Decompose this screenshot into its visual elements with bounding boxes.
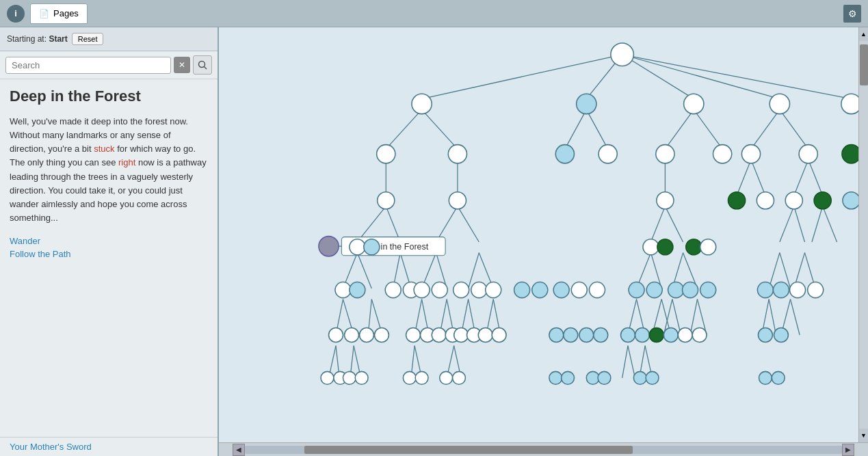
node-l4-9[interactable] — [486, 282, 501, 298]
node-l5-22[interactable] — [692, 328, 707, 343]
node-l5-21[interactable] — [678, 328, 692, 343]
node-l5-16[interactable] — [594, 328, 608, 343]
node-l6-5[interactable] — [403, 371, 416, 384]
node-l5-24[interactable] — [774, 328, 788, 343]
scroll-up-arrow[interactable]: ▲ — [859, 27, 868, 41]
node-l5-15[interactable] — [579, 328, 594, 343]
info-button[interactable]: i — [7, 5, 25, 23]
node-m1[interactable] — [350, 239, 365, 255]
vertical-scrollbar[interactable]: ▲ ▼ — [858, 27, 868, 442]
h-scroll-thumb[interactable] — [304, 446, 633, 454]
scroll-right-arrow[interactable]: ▶ — [842, 444, 854, 456]
node-l5-9[interactable] — [454, 328, 469, 343]
node-l5-1[interactable] — [329, 328, 343, 343]
node-l2-6[interactable] — [713, 145, 732, 163]
node-l4-7[interactable] — [453, 282, 469, 298]
v-scroll-thumb[interactable] — [860, 44, 868, 85]
node-l6-9[interactable] — [549, 371, 562, 384]
node-l6-16[interactable] — [772, 371, 785, 384]
node-l2-1[interactable] — [377, 145, 395, 163]
pages-tab[interactable]: 📄 Pages — [30, 3, 88, 24]
node-l2-8[interactable] — [799, 145, 817, 163]
node-l1-4[interactable] — [770, 94, 789, 113]
node-l4-20[interactable] — [757, 282, 773, 298]
node-l5-5[interactable] — [406, 328, 421, 343]
node-l4-14[interactable] — [589, 282, 605, 298]
node-l6-4[interactable] — [355, 371, 368, 384]
node-l5-14[interactable] — [564, 328, 578, 343]
node-l3-5[interactable] — [757, 192, 774, 209]
node-m6[interactable] — [700, 239, 716, 255]
current-node[interactable] — [319, 237, 339, 256]
node-l4-6[interactable] — [432, 282, 447, 298]
node-l6-7[interactable] — [440, 371, 453, 384]
node-l4-10[interactable] — [514, 282, 530, 298]
node-l3-1[interactable] — [378, 192, 395, 209]
node-l4-13[interactable] — [571, 282, 587, 298]
clear-search-button[interactable]: ✕ — [174, 57, 190, 73]
scroll-down-arrow[interactable]: ▼ — [859, 429, 868, 442]
node-l5-18[interactable] — [635, 328, 649, 343]
node-l4-5[interactable] — [414, 282, 430, 298]
node-l5-20[interactable] — [663, 328, 678, 343]
node-l6-14[interactable] — [646, 371, 659, 384]
h-scroll-track[interactable] — [245, 446, 842, 454]
node-l4-3[interactable] — [385, 282, 401, 298]
node-l1-3[interactable] — [684, 94, 704, 113]
node-l6-6[interactable] — [415, 371, 428, 384]
node-l3-7[interactable] — [814, 192, 831, 209]
node-m5[interactable] — [686, 239, 702, 255]
node-l4-18[interactable] — [683, 282, 698, 298]
node-l6-15[interactable] — [759, 371, 772, 384]
node-l2-7[interactable] — [741, 145, 760, 163]
node-l4-1[interactable] — [335, 282, 351, 298]
mothers-sword-link[interactable]: Your Mother's Sword — [10, 442, 92, 452]
node-l4-8[interactable] — [471, 282, 487, 298]
node-l4-23[interactable] — [808, 282, 824, 298]
node-l4-16[interactable] — [646, 282, 662, 298]
node-l4-21[interactable] — [773, 282, 789, 298]
node-m2[interactable] — [364, 239, 380, 255]
node-l5-12[interactable] — [492, 328, 506, 343]
scroll-left-arrow[interactable]: ◀ — [233, 444, 245, 456]
node-l6-1[interactable] — [321, 371, 334, 384]
node-l2-2[interactable] — [448, 145, 466, 163]
follow-path-link[interactable]: Follow the Path — [10, 249, 208, 259]
node-m3[interactable] — [643, 239, 659, 255]
node-l6-13[interactable] — [633, 371, 646, 384]
search-submit-button[interactable] — [193, 55, 212, 75]
node-l3-8[interactable] — [843, 192, 860, 209]
node-l5-23[interactable] — [758, 328, 772, 343]
node-l5-17[interactable] — [621, 328, 635, 343]
node-l4-2[interactable] — [350, 282, 365, 298]
node-l5-11[interactable] — [478, 328, 492, 343]
node-l3-2[interactable] — [449, 192, 466, 209]
node-l4-12[interactable] — [553, 282, 569, 298]
node-l5-19-dark[interactable] — [649, 328, 663, 343]
gear-button[interactable]: ⚙ — [843, 5, 861, 23]
node-l6-12[interactable] — [598, 371, 611, 384]
node-l6-8[interactable] — [453, 371, 466, 384]
node-l1-2[interactable] — [577, 94, 596, 113]
node-l5-3[interactable] — [360, 328, 374, 343]
root-node[interactable] — [611, 43, 633, 66]
node-l1-1[interactable] — [412, 94, 432, 113]
node-l5-4[interactable] — [375, 328, 389, 343]
node-l2-5[interactable] — [656, 145, 674, 163]
node-l5-7[interactable] — [432, 328, 446, 343]
node-l5-13[interactable] — [549, 328, 564, 343]
node-l4-11[interactable] — [532, 282, 548, 298]
horizontal-scrollbar[interactable]: ◀ ▶ — [219, 442, 868, 456]
node-l6-3[interactable] — [343, 371, 356, 384]
node-l4-19[interactable] — [700, 282, 716, 298]
tree-viewport[interactable]: .node-default { fill: white; stroke: #4a… — [219, 27, 868, 442]
node-l4-15[interactable] — [629, 282, 644, 298]
node-m4[interactable] — [657, 239, 673, 255]
node-l5-2[interactable] — [345, 328, 359, 343]
node-l2-4[interactable] — [599, 145, 617, 163]
node-l4-17[interactable] — [668, 282, 684, 298]
reset-button[interactable]: Reset — [72, 33, 104, 45]
wander-link[interactable]: Wander — [10, 236, 208, 246]
node-l3-4[interactable] — [728, 192, 746, 209]
node-l4-22[interactable] — [790, 282, 806, 298]
